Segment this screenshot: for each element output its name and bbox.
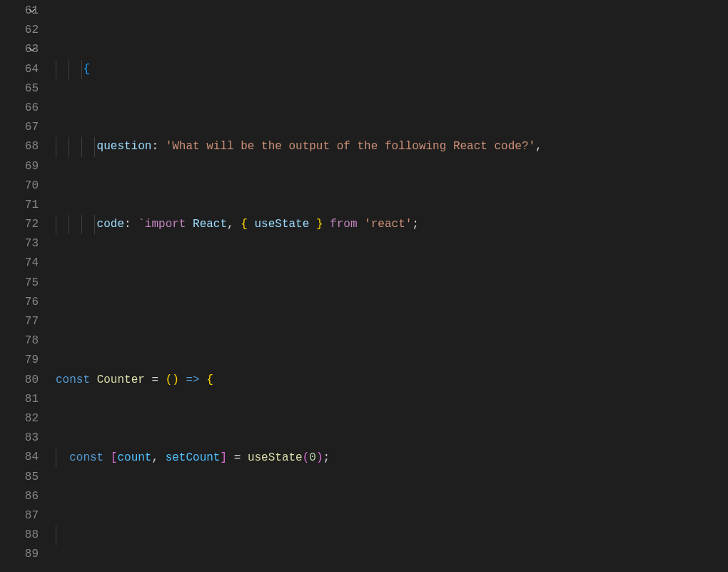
chevron-down-icon[interactable] xyxy=(27,44,37,54)
line-number: 81 xyxy=(0,390,39,409)
line-number: 66 xyxy=(0,99,39,118)
line-number: 77 xyxy=(0,312,39,331)
line-number: 68 xyxy=(0,137,39,156)
line-number: 80 xyxy=(0,371,39,390)
line-number: 63 xyxy=(0,40,39,59)
line-number: 87 xyxy=(0,506,39,526)
line-number: 64 xyxy=(0,60,39,79)
line-number: 79 xyxy=(0,351,39,370)
chevron-down-icon[interactable] xyxy=(27,6,37,16)
line-number: 89 xyxy=(0,545,39,564)
line-number: 65 xyxy=(0,79,39,99)
line-number: 78 xyxy=(0,331,39,351)
code-line: const Counter = () => { xyxy=(49,371,728,390)
line-number: 85 xyxy=(0,468,39,487)
line-number: 71 xyxy=(0,196,39,215)
line-number: 88 xyxy=(0,526,39,545)
code-line: question: 'What will be the output of th… xyxy=(49,137,728,156)
line-number: 67 xyxy=(0,118,39,137)
code-content[interactable]: { question: 'What will be the output of … xyxy=(49,0,728,572)
code-line: const [count, setCount] = useState(0); xyxy=(49,448,728,468)
line-number-gutter: 61 62 63 64 65 66 67 68 69 70 71 72 73 7… xyxy=(0,0,49,572)
line-number: 73 xyxy=(0,234,39,254)
line-number: 62 xyxy=(0,21,39,40)
line-number: 69 xyxy=(0,157,39,176)
line-number: 75 xyxy=(0,274,39,293)
line-number: 72 xyxy=(0,215,39,234)
line-number: 61 xyxy=(0,1,39,21)
code-line: code: `import React, { useState } from '… xyxy=(49,215,728,234)
line-number: 82 xyxy=(0,409,39,428)
code-editor[interactable]: 61 62 63 64 65 66 67 68 69 70 71 72 73 7… xyxy=(0,0,728,572)
line-number: 76 xyxy=(0,293,39,312)
line-number: 86 xyxy=(0,487,39,506)
code-line xyxy=(49,293,728,312)
line-number: 83 xyxy=(0,428,39,448)
line-number: 70 xyxy=(0,176,39,196)
code-line: { xyxy=(49,60,728,79)
line-number: 84 xyxy=(0,448,39,467)
line-number: 74 xyxy=(0,254,39,273)
code-line xyxy=(49,526,728,545)
